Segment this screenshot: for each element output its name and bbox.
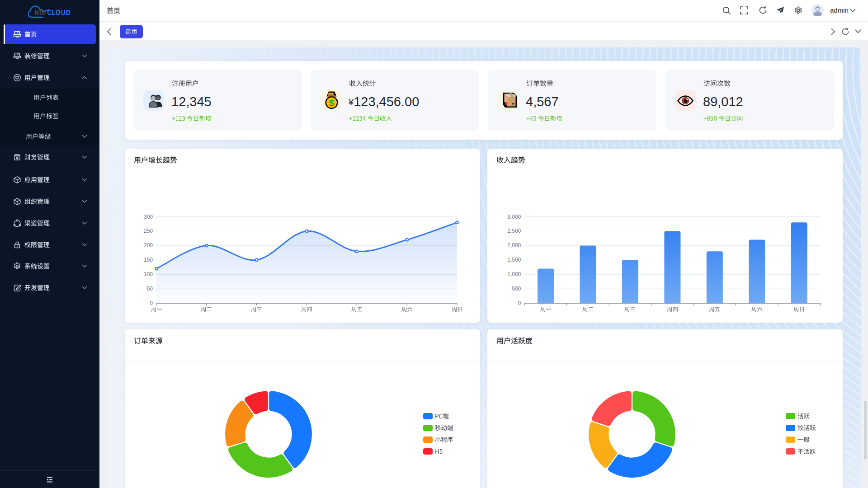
svg-text:1,500: 1,500 <box>507 257 521 263</box>
svg-text:250: 250 <box>144 228 153 234</box>
svg-text:1,000: 1,000 <box>507 271 521 277</box>
svg-text:0: 0 <box>150 300 153 306</box>
svg-text:$: $ <box>329 98 335 108</box>
svg-text:100: 100 <box>144 271 153 277</box>
svg-text:150: 150 <box>144 257 153 263</box>
svg-text:300: 300 <box>144 214 153 220</box>
svg-text:500: 500 <box>512 286 521 292</box>
svg-text:50: 50 <box>147 286 153 292</box>
svg-text:0: 0 <box>518 300 521 306</box>
svg-text:2,000: 2,000 <box>507 242 521 249</box>
svg-text:2,500: 2,500 <box>507 228 521 234</box>
svg-text:3,000: 3,000 <box>507 214 521 220</box>
svg-text:200: 200 <box>144 242 153 249</box>
